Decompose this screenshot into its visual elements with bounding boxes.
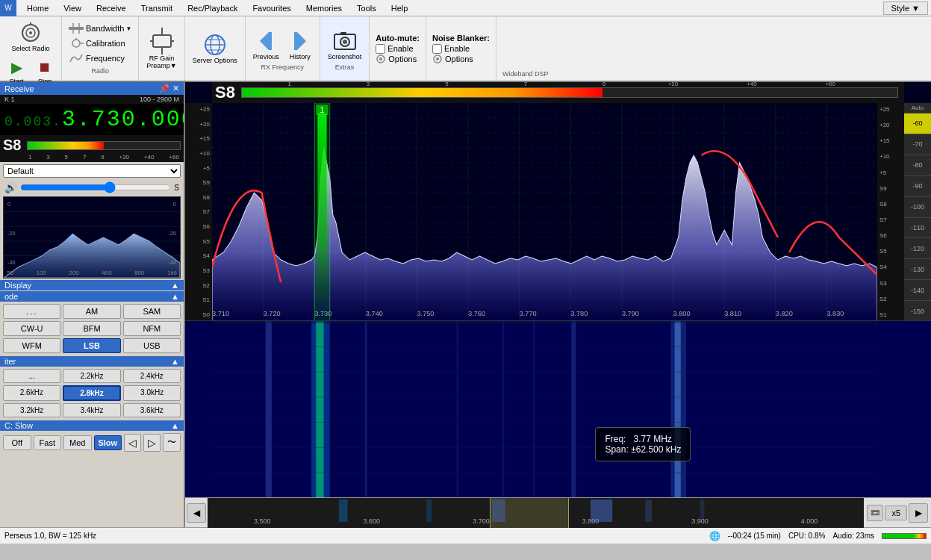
menu-help[interactable]: Help [384,2,416,14]
mute-icon[interactable]: 🔊 [4,181,17,193]
mode-lsb-button[interactable]: LSB [63,338,120,353]
db-minus90-button[interactable]: -90 [904,176,931,197]
mode-wfm-button[interactable]: WFM [3,338,60,353]
automute-enable-label: Enable [387,44,413,53]
panel-pin-icon[interactable]: 📌 [159,84,169,93]
agc-section-header[interactable]: C: Slow ▲ [0,420,184,431]
svg-rect-110 [591,500,612,522]
start-icon: ▶ [6,57,27,78]
freq-display[interactable]: 0.003.3.730.000 [0,104,184,135]
mode-nfm-button[interactable]: NFM [123,321,181,336]
screenshot-button[interactable]: Screenshot [325,26,365,63]
svg-rect-26 [340,32,346,35]
filter-2_2khz-button[interactable]: 2.2kHz [63,369,120,383]
freq-prefix: 0.003. [4,114,62,129]
left-panel: Receive 📌 ✕ K 1 100 - 2900 M 0.003.3.730… [0,82,185,527]
svg-text:0: 0 [173,202,176,207]
noiseblanker-enable-row[interactable]: Enable [432,44,490,54]
filter-2_4khz-button[interactable]: 2.4kHz [123,369,181,383]
agc-collapse-icon[interactable]: ▲ [171,421,179,430]
filter-2_8khz-button[interactable]: 2.8kHz [63,385,122,401]
history-button[interactable]: History [285,26,315,63]
db-minus80-button[interactable]: -80 [904,155,931,176]
menu-tools[interactable]: Tools [349,2,384,14]
agc-nav-back-button[interactable]: ◁ [124,434,141,452]
db-minus60-button[interactable]: -60 [904,113,931,134]
display-section-header[interactable]: Display ▲ [0,280,184,290]
style-selector[interactable]: Style ▼ [883,1,928,15]
menu-home[interactable]: Home [19,2,56,14]
panel-close-icon[interactable]: ✕ [172,84,179,93]
menu-recplayback[interactable]: Rec/Playback [180,2,245,14]
toolbar: Select Radio ▶ Start ⏹ Stop Radio Bandwi… [0,16,931,82]
automute-options-row[interactable]: Options [376,54,420,64]
nav-play-prev-button[interactable]: ◀ [187,503,206,523]
display-collapse-icon[interactable]: ▲ [171,281,179,290]
agc-section-label: C: Slow [4,421,33,430]
menu-receive[interactable]: Receive [89,2,134,14]
default-select[interactable]: Default [3,164,181,178]
agc-wavy-icon[interactable]: 〜 [163,433,181,452]
filter-3_4khz-button[interactable]: 3.4kHz [63,403,120,417]
spectrum-top[interactable]: S8 1 3 5 7 9 +20 +40 +60 [185,82,931,321]
db-minus130-button[interactable]: -130 [904,259,931,280]
agc-med-button[interactable]: Med [63,435,92,450]
mode-am-button[interactable]: AM [63,304,120,319]
select-radio-button[interactable]: Select Radio [8,19,52,54]
menu-memories[interactable]: Memories [299,2,349,14]
filter-3_0khz-button[interactable]: 3.0kHz [123,385,181,401]
svg-text:3.760: 3.760 [468,310,485,317]
waterfall-area[interactable]: Freq: 3.77 MHz Span: ±62.500 kHz [185,321,931,497]
menu-favourites[interactable]: Favourites [245,2,298,14]
agc-fast-button[interactable]: Fast [34,435,62,450]
volume-slider[interactable] [20,181,171,193]
mode-cwu-button[interactable]: CW-U [3,321,60,336]
agc-nav-fwd-button[interactable]: ▷ [143,434,161,452]
menu-view[interactable]: View [56,2,89,14]
filter-dots-button[interactable]: ... [3,369,60,383]
automute-options-label: Options [388,55,417,63]
mode-bfm-button[interactable]: BFM [63,321,120,336]
nav-play-next-button[interactable]: ▶ [909,503,928,523]
db-minus110-button[interactable]: -110 [904,218,931,239]
db-minus120-button[interactable]: -120 [904,238,931,259]
filter-section-header[interactable]: iter ▲ [0,356,184,367]
zoom-controls: 📼 x5 ▶ [864,503,931,523]
freq-overview-bar[interactable]: 3.5003.6003.7003.8003.9004.000 [208,498,864,528]
mode-dots-button[interactable]: ... [3,304,60,319]
rfgain-button[interactable]: RF GainPreamp▼ [143,25,179,72]
zoom-x5-button[interactable]: x5 [885,505,907,520]
mode-sam-button[interactable]: SAM [123,304,181,319]
svg-rect-101 [212,371,877,372]
db-minus140-button[interactable]: -140 [904,280,931,301]
db-minus100-button[interactable]: -100 [904,197,931,218]
bandwidth-group-label: Radio [66,67,134,75]
default-dropdown[interactable]: Default [3,164,181,178]
mode-section-label: ode [4,292,18,301]
filter-3_6khz-button[interactable]: 3.6kHz [123,403,181,417]
filter-3_2khz-button[interactable]: 3.2kHz [3,403,60,417]
mode-collapse-icon[interactable]: ▲ [171,292,179,301]
automute-enable-checkbox[interactable] [376,44,385,54]
mode-section-header[interactable]: ode ▲ [0,291,184,302]
menu-transmit[interactable]: Transmit [134,2,180,14]
calibration-button[interactable]: Calibration [66,37,134,49]
smeter-top-bar-container: 1 3 5 7 9 +20 +40 +60 [241,87,898,98]
noiseblanker-enable-checkbox[interactable] [432,44,442,54]
db-minus70-button[interactable]: -70 [904,134,931,155]
agc-off-button[interactable]: Off [3,435,31,450]
select-radio-icon [19,21,43,45]
agc-slow-button[interactable]: Slow [94,435,122,450]
automute-enable-row[interactable]: Enable [376,44,420,54]
svg-rect-91 [266,321,272,497]
svg-text:0: 0 [7,202,10,207]
filter-2_6khz-button[interactable]: 2.6kHz [3,385,60,401]
bandwidth-button[interactable]: Bandwidth ▼ [66,22,134,34]
previous-button[interactable]: Previous [250,26,282,63]
mode-usb-button[interactable]: USB [123,338,181,353]
server-button[interactable]: Server Options [190,30,240,67]
filter-collapse-icon[interactable]: ▲ [171,357,179,366]
db-minus150-button[interactable]: -150 [904,301,931,321]
frequency-button[interactable]: Frequency [66,52,134,64]
noiseblanker-options-row[interactable]: Options [432,54,490,64]
